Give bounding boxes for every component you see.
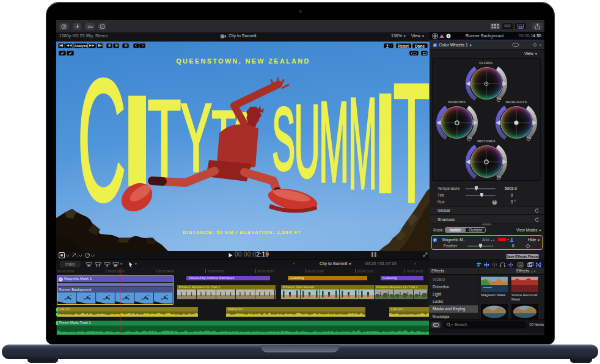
svg-text:I: I bbox=[375, 65, 396, 222]
svg-text:U: U bbox=[294, 84, 320, 198]
svg-text:M: M bbox=[319, 78, 349, 205]
svg-text:M: M bbox=[348, 71, 377, 215]
svg-text:S: S bbox=[272, 89, 295, 188]
svg-text:C: C bbox=[78, 43, 126, 238]
svg-text:QUEENSTOWN, NEW ZEALAND: QUEENSTOWN, NEW ZEALAND bbox=[176, 57, 310, 65]
svg-text:DISTANCE: 50 KM / ELEVATION: 2: DISTANCE: 50 KM / ELEVATION: 2,894 FT bbox=[183, 230, 301, 235]
